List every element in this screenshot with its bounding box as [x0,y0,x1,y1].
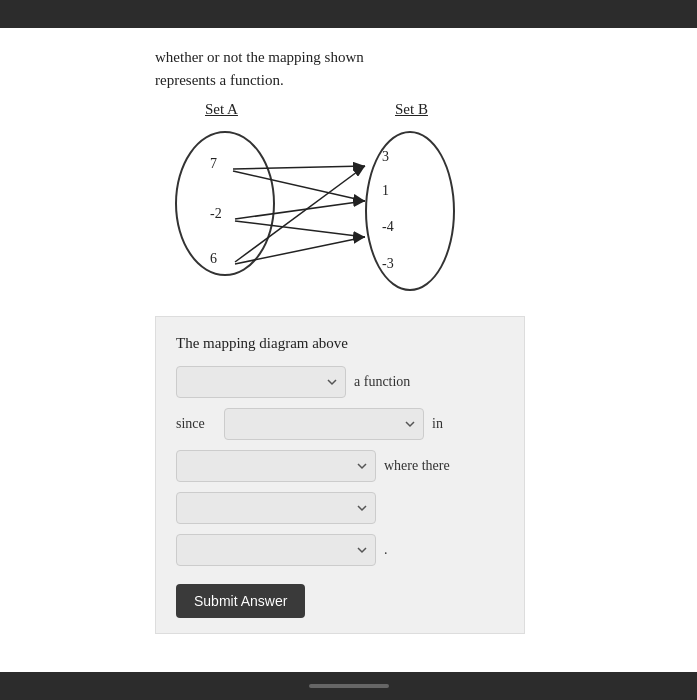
since-select[interactable]: every element some element [224,408,424,440]
dropdown-row-3: Set A maps to Set B maps to where there [176,450,504,482]
period-text: . [384,542,388,558]
oval-a [175,131,275,276]
bottom-bar [0,672,697,700]
answer-section: The mapping diagram above is is not a fu… [155,316,525,634]
conclusion-select[interactable]: in Set B in Set A [176,534,376,566]
val-b-1: 1 [382,183,389,199]
val-a-7: 7 [210,156,217,172]
val-a-6: 6 [210,251,217,267]
answer-prompt: The mapping diagram above [176,335,504,352]
content-area: whether or not the mapping shown represe… [0,28,697,672]
condition-select[interactable]: exactly one output more than one output [176,492,376,524]
question-text-line1: whether or not the mapping shown [155,49,364,65]
question-text-line2: represents a function. [155,72,284,88]
oval-b [365,131,455,291]
set-b-label: Set B [395,101,428,118]
dropdown-row-4: exactly one output more than one output [176,492,504,524]
dropdown-row-5: in Set B in Set A . [176,534,504,566]
top-bar [0,0,697,28]
function-select[interactable]: is is not [176,366,346,398]
dropdown-row-1: is is not a function [176,366,504,398]
set-a-label: Set A [205,101,238,118]
question-text: whether or not the mapping shown represe… [155,46,667,91]
val-b-m4: -4 [382,219,394,235]
since-label: since [176,416,216,432]
diagram-container: Set A Set B 7 -2 6 3 1 -4 -3 [155,101,495,301]
val-a-m2: -2 [210,206,222,222]
page-container: whether or not the mapping shown represe… [0,0,697,700]
in-text: in [432,416,443,432]
val-b-3: 3 [382,149,389,165]
home-indicator [309,684,389,688]
diagram-wrapper: Set A Set B 7 -2 6 3 1 -4 -3 [155,101,495,301]
a-function-text: a function [354,374,410,390]
dropdown-row-2: since every element some element in [176,408,504,440]
val-b-m3: -3 [382,256,394,272]
where-there-text: where there [384,458,450,474]
submit-button[interactable]: Submit Answer [176,584,305,618]
set-select[interactable]: Set A maps to Set B maps to [176,450,376,482]
